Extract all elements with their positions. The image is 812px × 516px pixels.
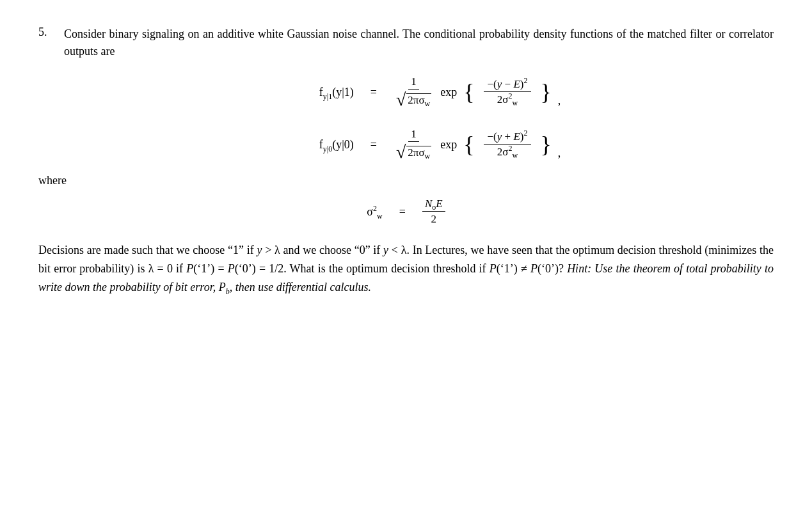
sqrt-symbol-2: √ <box>396 143 406 161</box>
eq1-brace-content: −(y − E)2 2σ2w <box>481 78 534 106</box>
eq2-equals: = <box>364 138 383 152</box>
eq1-sqrt: √ 2πσw <box>396 91 431 109</box>
where-label: where <box>38 174 774 187</box>
eq2-left-brace: { <box>463 133 474 156</box>
eq2-right-brace: } <box>540 133 551 156</box>
eq1-rhs: 1 √ 2πσw exp { −(y − E)2 2σ2w } , <box>394 75 561 109</box>
eq1-brace-num: −(y − E)2 <box>484 78 532 92</box>
eq1-right-brace: } <box>540 81 551 104</box>
eq2-comma: , <box>558 146 561 160</box>
problem-intro: Consider binary signaling on an additive… <box>64 26 774 60</box>
decisions-text: Decisions are made such that we choose “… <box>38 241 774 296</box>
eq2-frac-den: √ 2πσw <box>394 142 434 161</box>
eq2-exp: exp <box>440 138 457 152</box>
eq1-equals: = <box>364 86 383 99</box>
eq2-sqrt: √ 2πσw <box>396 143 431 161</box>
eq1-exp: exp <box>440 86 457 99</box>
eq2-frac-num: 1 <box>408 128 419 142</box>
eq1-frac-num: 1 <box>408 75 419 90</box>
eq2-rhs: 1 √ 2πσw exp { −(y + E)2 2σ2w } , <box>394 128 561 161</box>
eq1-frac-den: √ 2πσw <box>394 90 434 109</box>
eq2-lhs: fy|0(y|0) <box>251 138 354 152</box>
eq2-brace-den: 2σ2w <box>493 145 521 159</box>
sigma-equals: = <box>393 205 412 219</box>
where-section: where σ2w = NoE 2 <box>38 174 774 226</box>
problem-header: 5. Consider binary signaling on an addit… <box>38 26 774 60</box>
problem-number: 5. <box>38 26 64 39</box>
eq1-lhs: fy|1(y|1) <box>251 86 354 99</box>
sqrt-symbol-1: √ <box>396 91 406 109</box>
eq2-brace-num: −(y + E)2 <box>484 130 532 145</box>
problem-container: 5. Consider binary signaling on an addit… <box>38 26 774 296</box>
eq2-fraction: 1 √ 2πσw <box>394 128 434 161</box>
eq1-left-brace: { <box>463 81 474 104</box>
equation-row-1: fy|1(y|1) = 1 √ 2πσw exp { −(y − E)2 <box>251 75 561 109</box>
eq1-sqrt-content: 2πσw <box>406 93 431 107</box>
eq1-brace-den: 2σ2w <box>493 92 521 106</box>
sigma-frac-den: 2 <box>429 212 440 226</box>
sigma-lhs: σ2w <box>367 205 382 219</box>
equations-block: fy|1(y|1) = 1 √ 2πσw exp { −(y − E)2 <box>38 75 774 161</box>
equation-row-2: fy|0(y|0) = 1 √ 2πσw exp { −(y + E)2 <box>251 128 561 161</box>
eq2-sqrt-content: 2πσw <box>406 146 431 159</box>
eq1-comma: , <box>558 94 561 107</box>
sigma-frac-num: NoE <box>422 198 445 212</box>
eq1-fraction: 1 √ 2πσw <box>394 75 434 109</box>
sigma-equation: σ2w = NoE 2 <box>38 198 774 226</box>
eq2-brace-content: −(y + E)2 2σ2w <box>481 130 534 159</box>
sigma-fraction: NoE 2 <box>422 198 445 226</box>
